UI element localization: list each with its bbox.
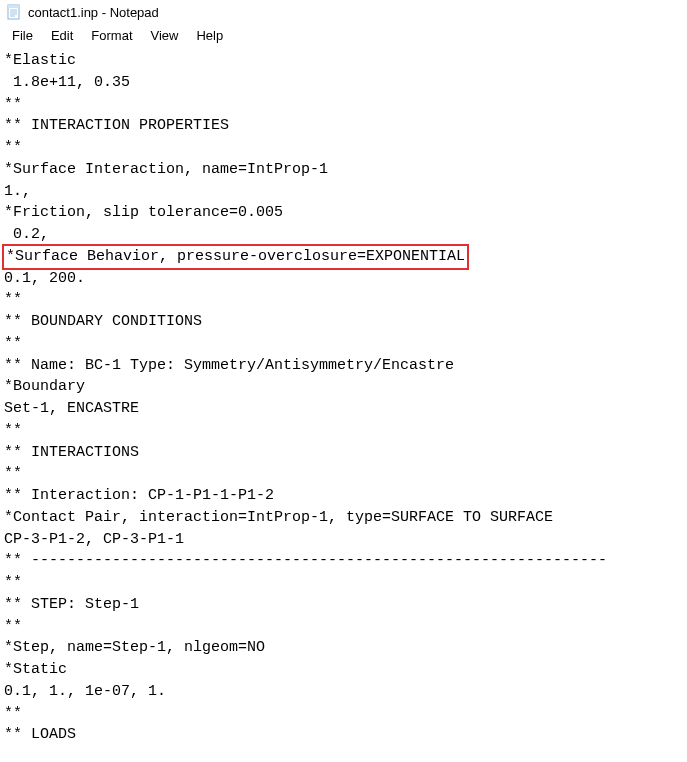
highlighted-line: *Surface Behavior, pressure-overclosure=… (2, 244, 469, 270)
editor-line: *Boundary (4, 376, 683, 398)
menu-view[interactable]: View (143, 26, 187, 45)
editor-line: *Elastic (4, 50, 683, 72)
menu-help[interactable]: Help (188, 26, 231, 45)
editor-line: *Step, name=Step-1, nlgeom=NO (4, 637, 683, 659)
editor-line: *Static (4, 659, 683, 681)
editor-line: ** Name: BC-1 Type: Symmetry/Antisymmetr… (4, 355, 683, 377)
editor-line: *Surface Behavior, pressure-overclosure=… (4, 246, 683, 268)
menu-file[interactable]: File (4, 26, 41, 45)
editor-line: *Friction, slip tolerance=0.005 (4, 202, 683, 224)
editor-line: ** (4, 703, 683, 725)
editor-line: ** INTERACTION PROPERTIES (4, 115, 683, 137)
editor-line: ** (4, 333, 683, 355)
editor-line: ** INTERACTIONS (4, 442, 683, 464)
editor-line: ** (4, 137, 683, 159)
menu-format[interactable]: Format (83, 26, 140, 45)
editor-line: ** (4, 616, 683, 638)
editor-line: ** -------------------------------------… (4, 550, 683, 572)
editor-line: 0.1, 200. (4, 268, 683, 290)
editor-line: Set-1, ENCASTRE (4, 398, 683, 420)
menu-edit[interactable]: Edit (43, 26, 81, 45)
editor-line: ** (4, 420, 683, 442)
editor-line: CP-3-P1-2, CP-3-P1-1 (4, 529, 683, 551)
editor-line: ** BOUNDARY CONDITIONS (4, 311, 683, 333)
notepad-icon (6, 4, 22, 20)
editor-line: ** (4, 289, 683, 311)
editor-line: ** (4, 94, 683, 116)
editor-content[interactable]: *Elastic 1.8e+11, 0.35**** INTERACTION P… (0, 49, 687, 747)
editor-line: 0.2, (4, 224, 683, 246)
editor-line: ** Interaction: CP-1-P1-1-P1-2 (4, 485, 683, 507)
editor-line: ** (4, 572, 683, 594)
editor-line: ** (4, 463, 683, 485)
editor-line: ** LOADS (4, 724, 683, 746)
editor-line: *Contact Pair, interaction=IntProp-1, ty… (4, 507, 683, 529)
editor-line: 1., (4, 181, 683, 203)
svg-rect-1 (8, 5, 19, 8)
title-bar: contact1.inp - Notepad (0, 0, 687, 24)
editor-line: ** STEP: Step-1 (4, 594, 683, 616)
window-title: contact1.inp - Notepad (28, 5, 159, 20)
menu-bar: File Edit Format View Help (0, 24, 687, 49)
editor-line: 0.1, 1., 1e-07, 1. (4, 681, 683, 703)
editor-line: *Surface Interaction, name=IntProp-1 (4, 159, 683, 181)
editor-line: 1.8e+11, 0.35 (4, 72, 683, 94)
